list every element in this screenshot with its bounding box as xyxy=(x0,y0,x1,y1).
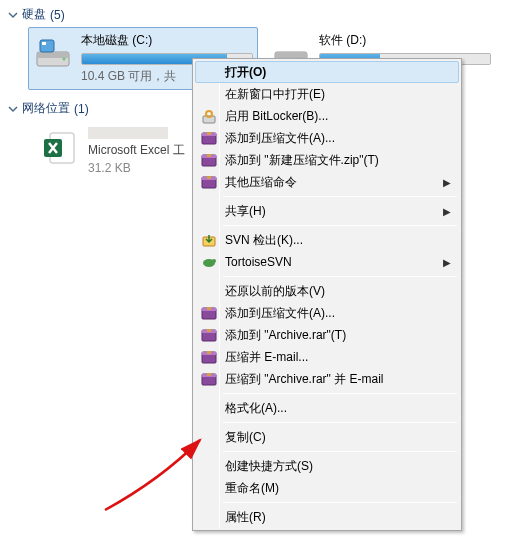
menu-item-label: 其他压缩命令 xyxy=(225,174,297,191)
file-size: 31.2 KB xyxy=(88,161,185,175)
submenu-arrow-icon: ▶ xyxy=(443,206,451,217)
menu-item-label: 属性(R) xyxy=(225,509,266,526)
svg-rect-26 xyxy=(207,307,211,310)
svg-rect-14 xyxy=(207,132,211,135)
menu-item-bitlocker[interactable]: 启用 BitLocker(B)... xyxy=(195,105,459,127)
menu-item-compress-email[interactable]: 压缩并 E-mail... xyxy=(195,346,459,368)
menu-item-label: 添加到压缩文件(A)... xyxy=(225,130,335,147)
menu-item-share[interactable]: 共享(H)▶ xyxy=(195,200,459,222)
redacted-filename xyxy=(88,127,168,139)
bitlocker-icon xyxy=(201,108,217,124)
tortoise-icon xyxy=(201,254,217,270)
menu-item-label: 复制(C) xyxy=(225,429,266,446)
menu-item-label: 添加到压缩文件(A)... xyxy=(225,305,335,322)
menu-item-label: 压缩并 E-mail... xyxy=(225,349,308,366)
menu-item-open-new-window[interactable]: 在新窗口中打开(E) xyxy=(195,83,459,105)
menu-item-label: 在新窗口中打开(E) xyxy=(225,86,325,103)
winrar-icon xyxy=(201,174,217,190)
drive-d-name: 软件 (D:) xyxy=(319,32,491,49)
menu-item-add-compress[interactable]: 添加到压缩文件(A)... xyxy=(195,127,459,149)
menu-item-other-compress[interactable]: 其他压缩命令▶ xyxy=(195,171,459,193)
menu-item-label: SVN 检出(K)... xyxy=(225,232,303,249)
menu-item-label: 添加到 "新建压缩文件.zip"(T) xyxy=(225,152,379,169)
netloc-header-label: 网络位置 xyxy=(22,100,70,117)
svg-rect-1 xyxy=(37,52,69,58)
submenu-arrow-icon: ▶ xyxy=(443,257,451,268)
menu-item-label: 添加到 "Archive.rar"(T) xyxy=(225,327,346,344)
menu-item-format[interactable]: 格式化(A)... xyxy=(195,397,459,419)
collapse-arrow-icon xyxy=(8,104,18,114)
menu-item-tortoisesvn[interactable]: TortoiseSVN▶ xyxy=(195,251,459,273)
menu-separator xyxy=(223,276,457,277)
menu-item-label: 打开(O) xyxy=(225,64,266,81)
svg-rect-29 xyxy=(207,329,211,332)
winrar-icon xyxy=(201,130,217,146)
collapse-arrow-icon xyxy=(8,10,18,20)
context-menu: 打开(O)在新窗口中打开(E)启用 BitLocker(B)...添加到压缩文件… xyxy=(192,58,462,531)
menu-separator xyxy=(223,502,457,503)
menu-separator xyxy=(223,225,457,226)
netloc-count: (1) xyxy=(74,102,89,116)
menu-item-compress-rar-email[interactable]: 压缩到 "Archive.rar" 并 E-mail xyxy=(195,368,459,390)
menu-item-prev-versions[interactable]: 还原以前的版本(V) xyxy=(195,280,459,302)
svg-rect-11 xyxy=(206,111,212,117)
menu-item-properties[interactable]: 属性(R) xyxy=(195,506,459,528)
menu-separator xyxy=(223,393,457,394)
drives-count: (5) xyxy=(50,8,65,22)
winrar-icon xyxy=(201,152,217,168)
submenu-arrow-icon: ▶ xyxy=(443,177,451,188)
menu-item-svn-checkout[interactable]: SVN 检出(K)... xyxy=(195,229,459,251)
svg-rect-32 xyxy=(207,351,211,354)
menu-item-label: 压缩到 "Archive.rar" 并 E-mail xyxy=(225,371,384,388)
drives-section-header[interactable]: 硬盘 (5) xyxy=(8,4,510,25)
svg-rect-17 xyxy=(207,154,211,157)
drives-header-label: 硬盘 xyxy=(22,6,46,23)
menu-separator xyxy=(223,422,457,423)
menu-item-copy[interactable]: 复制(C) xyxy=(195,426,459,448)
menu-item-label: 还原以前的版本(V) xyxy=(225,283,325,300)
menu-item-shortcut[interactable]: 创建快捷方式(S) xyxy=(195,455,459,477)
menu-item-open[interactable]: 打开(O) xyxy=(195,61,459,83)
file-type-label: Microsoft Excel 工 xyxy=(88,142,185,159)
winrar-icon xyxy=(201,327,217,343)
menu-separator xyxy=(223,451,457,452)
svn-checkout-icon xyxy=(201,232,217,248)
menu-item-label: 格式化(A)... xyxy=(225,400,287,417)
menu-item-label: 重命名(M) xyxy=(225,480,279,497)
svg-rect-35 xyxy=(207,373,211,376)
menu-item-add-rar[interactable]: 添加到 "Archive.rar"(T) xyxy=(195,324,459,346)
winrar-icon xyxy=(201,371,217,387)
drive-c-name: 本地磁盘 (C:) xyxy=(81,32,253,49)
menu-item-add-zip[interactable]: 添加到 "新建压缩文件.zip"(T) xyxy=(195,149,459,171)
excel-file-icon xyxy=(40,127,80,167)
menu-item-rename[interactable]: 重命名(M) xyxy=(195,477,459,499)
menu-item-label: 启用 BitLocker(B)... xyxy=(225,108,328,125)
menu-item-label: 共享(H) xyxy=(225,203,266,220)
winrar-icon xyxy=(201,305,217,321)
svg-rect-20 xyxy=(207,176,211,179)
hard-drive-icon xyxy=(33,32,73,72)
svg-rect-3 xyxy=(42,42,46,45)
svg-point-4 xyxy=(63,58,66,61)
menu-item-label: 创建快捷方式(S) xyxy=(225,458,313,475)
menu-item-add-compress2[interactable]: 添加到压缩文件(A)... xyxy=(195,302,459,324)
winrar-icon xyxy=(201,349,217,365)
svg-point-23 xyxy=(212,259,216,263)
svg-rect-2 xyxy=(40,40,54,52)
menu-separator xyxy=(223,196,457,197)
menu-item-label: TortoiseSVN xyxy=(225,255,292,269)
